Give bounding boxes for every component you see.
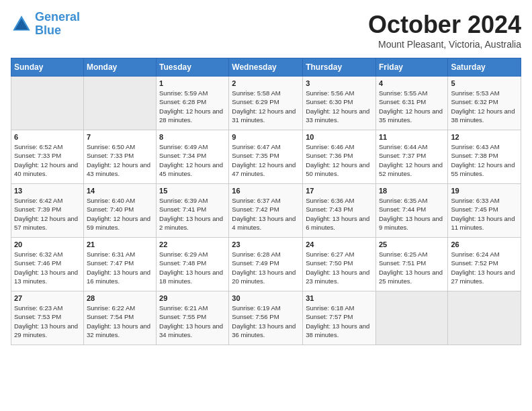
day-cell: 11Sunrise: 6:44 AM Sunset: 7:37 PM Dayli…	[375, 130, 447, 184]
day-cell: 30Sunrise: 6:19 AM Sunset: 7:56 PM Dayli…	[229, 291, 303, 345]
day-cell: 23Sunrise: 6:28 AM Sunset: 7:49 PM Dayli…	[229, 238, 303, 291]
day-number: 12	[451, 133, 518, 141]
day-number: 17	[306, 187, 373, 195]
day-cell: 8Sunrise: 6:49 AM Sunset: 7:34 PM Daylig…	[157, 130, 229, 184]
day-cell: 17Sunrise: 6:36 AM Sunset: 7:43 PM Dayli…	[303, 184, 376, 238]
day-info: Sunrise: 6:47 AM Sunset: 7:35 PM Dayligh…	[232, 142, 300, 178]
day-info: Sunrise: 6:52 AM Sunset: 7:33 PM Dayligh…	[14, 142, 81, 178]
day-info: Sunrise: 6:33 AM Sunset: 7:45 PM Dayligh…	[451, 196, 518, 232]
day-number: 28	[87, 294, 153, 302]
day-info: Sunrise: 6:27 AM Sunset: 7:50 PM Dayligh…	[306, 250, 373, 285]
day-cell: 10Sunrise: 6:46 AM Sunset: 7:36 PM Dayli…	[303, 130, 376, 184]
day-cell: 25Sunrise: 6:25 AM Sunset: 7:51 PM Dayli…	[375, 238, 447, 291]
day-info: Sunrise: 6:31 AM Sunset: 7:47 PM Dayligh…	[87, 250, 153, 285]
day-number: 11	[379, 133, 445, 141]
day-cell: 18Sunrise: 6:35 AM Sunset: 7:44 PM Dayli…	[375, 184, 447, 238]
day-info: Sunrise: 6:43 AM Sunset: 7:38 PM Dayligh…	[451, 142, 518, 178]
day-cell: 5Sunrise: 5:53 AM Sunset: 6:32 PM Daylig…	[448, 77, 521, 130]
day-number: 15	[159, 187, 226, 195]
day-number: 19	[451, 187, 518, 195]
header-row: SundayMondayTuesdayWednesdayThursdayFrid…	[11, 58, 521, 77]
day-info: Sunrise: 6:50 AM Sunset: 7:33 PM Dayligh…	[87, 142, 153, 178]
day-cell	[448, 291, 521, 345]
day-number: 29	[159, 294, 226, 302]
day-cell: 3Sunrise: 5:56 AM Sunset: 6:30 PM Daylig…	[303, 77, 376, 130]
day-info: Sunrise: 6:29 AM Sunset: 7:48 PM Dayligh…	[159, 250, 226, 285]
day-number: 7	[87, 133, 153, 141]
day-info: Sunrise: 6:28 AM Sunset: 7:49 PM Dayligh…	[232, 250, 300, 285]
logo-line2: Blue	[35, 24, 61, 37]
header-cell-sunday: Sunday	[11, 58, 84, 77]
day-info: Sunrise: 5:58 AM Sunset: 6:29 PM Dayligh…	[232, 89, 300, 124]
day-number: 27	[14, 294, 81, 302]
day-cell	[375, 291, 447, 345]
day-info: Sunrise: 6:39 AM Sunset: 7:41 PM Dayligh…	[159, 196, 226, 232]
day-number: 21	[87, 240, 153, 248]
day-cell: 16Sunrise: 6:37 AM Sunset: 7:42 PM Dayli…	[229, 184, 303, 238]
day-number: 26	[451, 240, 518, 248]
day-cell: 24Sunrise: 6:27 AM Sunset: 7:50 PM Dayli…	[303, 238, 376, 291]
day-cell	[11, 77, 84, 130]
title-block: October 2024 Mount Pleasant, Victoria, A…	[368, 11, 521, 50]
day-info: Sunrise: 6:24 AM Sunset: 7:52 PM Dayligh…	[451, 250, 518, 285]
day-info: Sunrise: 6:18 AM Sunset: 7:57 PM Dayligh…	[306, 304, 373, 339]
day-cell: 7Sunrise: 6:50 AM Sunset: 7:33 PM Daylig…	[83, 130, 156, 184]
header-cell-monday: Monday	[83, 58, 156, 77]
day-cell: 28Sunrise: 6:22 AM Sunset: 7:54 PM Dayli…	[83, 291, 156, 345]
day-cell: 22Sunrise: 6:29 AM Sunset: 7:48 PM Dayli…	[157, 238, 229, 291]
day-number: 10	[306, 133, 373, 141]
day-info: Sunrise: 5:59 AM Sunset: 6:28 PM Dayligh…	[159, 89, 226, 124]
header-cell-tuesday: Tuesday	[157, 58, 229, 77]
day-cell: 9Sunrise: 6:47 AM Sunset: 7:35 PM Daylig…	[229, 130, 303, 184]
day-number: 31	[306, 294, 373, 302]
day-number: 14	[87, 187, 153, 195]
header-cell-thursday: Thursday	[303, 58, 376, 77]
day-info: Sunrise: 6:32 AM Sunset: 7:46 PM Dayligh…	[14, 250, 81, 285]
day-cell: 13Sunrise: 6:42 AM Sunset: 7:39 PM Dayli…	[11, 184, 84, 238]
day-number: 20	[14, 240, 81, 248]
location-subtitle: Mount Pleasant, Victoria, Australia	[368, 39, 521, 50]
day-info: Sunrise: 6:42 AM Sunset: 7:39 PM Dayligh…	[14, 196, 81, 232]
logo-text: General Blue	[35, 11, 80, 38]
logo-line1: General	[35, 10, 80, 24]
day-info: Sunrise: 5:53 AM Sunset: 6:32 PM Dayligh…	[451, 89, 518, 124]
day-cell: 12Sunrise: 6:43 AM Sunset: 7:38 PM Dayli…	[448, 130, 521, 184]
day-number: 24	[306, 240, 373, 248]
week-row-4: 20Sunrise: 6:32 AM Sunset: 7:46 PM Dayli…	[11, 238, 521, 291]
day-number: 1	[159, 79, 226, 87]
week-row-1: 1Sunrise: 5:59 AM Sunset: 6:28 PM Daylig…	[11, 77, 521, 130]
week-row-5: 27Sunrise: 6:23 AM Sunset: 7:53 PM Dayli…	[11, 291, 521, 345]
day-cell: 19Sunrise: 6:33 AM Sunset: 7:45 PM Dayli…	[448, 184, 521, 238]
day-info: Sunrise: 6:22 AM Sunset: 7:54 PM Dayligh…	[87, 304, 153, 339]
day-number: 8	[159, 133, 226, 141]
day-number: 9	[232, 133, 300, 141]
day-cell	[83, 77, 156, 130]
page-header: General Blue October 2024 Mount Pleasant…	[11, 11, 521, 50]
day-number: 30	[232, 294, 300, 302]
day-cell: 14Sunrise: 6:40 AM Sunset: 7:40 PM Dayli…	[83, 184, 156, 238]
header-cell-wednesday: Wednesday	[229, 58, 303, 77]
day-info: Sunrise: 6:19 AM Sunset: 7:56 PM Dayligh…	[232, 304, 300, 339]
day-number: 25	[379, 240, 445, 248]
day-number: 23	[232, 240, 300, 248]
day-info: Sunrise: 6:25 AM Sunset: 7:51 PM Dayligh…	[379, 250, 445, 285]
logo: General Blue	[11, 11, 80, 38]
day-info: Sunrise: 5:55 AM Sunset: 6:31 PM Dayligh…	[379, 89, 445, 124]
day-cell: 29Sunrise: 6:21 AM Sunset: 7:55 PM Dayli…	[157, 291, 229, 345]
day-cell: 1Sunrise: 5:59 AM Sunset: 6:28 PM Daylig…	[157, 77, 229, 130]
day-number: 22	[159, 240, 226, 248]
day-info: Sunrise: 6:23 AM Sunset: 7:53 PM Dayligh…	[14, 304, 81, 339]
day-number: 2	[232, 79, 300, 87]
day-cell: 21Sunrise: 6:31 AM Sunset: 7:47 PM Dayli…	[83, 238, 156, 291]
day-cell: 20Sunrise: 6:32 AM Sunset: 7:46 PM Dayli…	[11, 238, 84, 291]
month-title: October 2024	[368, 11, 521, 39]
day-cell: 4Sunrise: 5:55 AM Sunset: 6:31 PM Daylig…	[375, 77, 447, 130]
day-cell: 15Sunrise: 6:39 AM Sunset: 7:41 PM Dayli…	[157, 184, 229, 238]
day-number: 4	[379, 79, 445, 87]
day-info: Sunrise: 6:21 AM Sunset: 7:55 PM Dayligh…	[159, 304, 226, 339]
day-cell: 31Sunrise: 6:18 AM Sunset: 7:57 PM Dayli…	[303, 291, 376, 345]
day-number: 16	[232, 187, 300, 195]
header-cell-saturday: Saturday	[448, 58, 521, 77]
calendar-body: 1Sunrise: 5:59 AM Sunset: 6:28 PM Daylig…	[11, 77, 521, 345]
day-cell: 26Sunrise: 6:24 AM Sunset: 7:52 PM Dayli…	[448, 238, 521, 291]
